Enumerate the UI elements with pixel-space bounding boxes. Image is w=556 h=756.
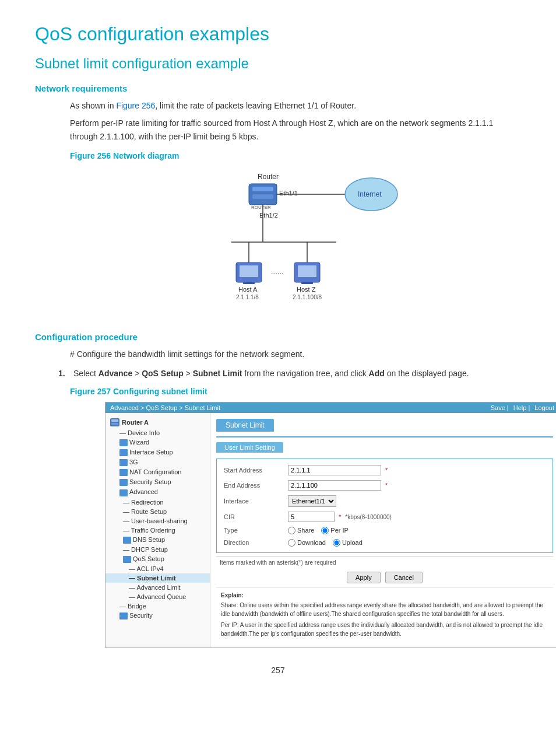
type-per-ip-radio[interactable] — [321, 527, 329, 534]
ui-body: Router A — Device Info Wizard Interface … — [105, 413, 556, 648]
direction-radio-group: Download Upload — [288, 539, 546, 547]
sidebar-item-security-setup[interactable]: Security Setup — [105, 477, 210, 487]
network-req-text2: Perform per-IP rate limiting for traffic… — [70, 117, 521, 143]
dns-icon — [123, 537, 131, 544]
router-icon — [110, 418, 119, 426]
explain-share-text: Share: Online users within the specified… — [221, 601, 548, 618]
config-procedure-heading: Configuration procedure — [35, 332, 521, 342]
sidebar-item-acl[interactable]: — ACL IPv4 — [105, 564, 210, 573]
end-address-input[interactable] — [288, 480, 381, 491]
logout-link[interactable]: Logout — [534, 404, 554, 411]
svg-rect-27 — [111, 423, 118, 425]
sidebar-item-dns[interactable]: DNS Setup — [105, 535, 210, 545]
direction-upload-label[interactable]: Upload — [333, 539, 363, 547]
sidebar-item-advanced-queue[interactable]: — Advanced Queue — [105, 592, 210, 601]
sidebar-item-security[interactable]: Security — [105, 611, 210, 621]
wizard-icon — [119, 439, 128, 446]
svg-text:......: ...... — [271, 267, 284, 276]
direction-download-radio[interactable] — [288, 539, 295, 547]
cir-input[interactable] — [288, 512, 335, 522]
form-table: Start Address * End Address * — [220, 463, 549, 549]
sidebar-item-user-based[interactable]: — User-based-sharing — [105, 516, 210, 526]
nat-icon — [119, 469, 128, 476]
direction-row: Direction Download Upload — [220, 537, 549, 549]
sidebar-item-traffic[interactable]: — Traffic Ordering — [105, 526, 210, 535]
type-per-ip-text: Per IP — [330, 527, 349, 534]
direction-upload-text: Upload — [342, 539, 363, 546]
sidebar-item-route-setup[interactable]: — Route Setup — [105, 507, 210, 516]
start-address-label: Start Address — [220, 463, 284, 478]
direction-upload-radio[interactable] — [333, 539, 340, 547]
interface-select[interactable]: Ethernet1/1 — [288, 495, 336, 507]
sidebar-item-advanced[interactable]: Advanced — [105, 487, 210, 497]
network-diagram: Router ROUTER Eth1/1 Eth1/2 Internet — [173, 166, 418, 318]
help-link[interactable]: Help — [513, 404, 527, 411]
type-share-radio[interactable] — [288, 527, 295, 534]
sidebar-item-subnet-limit[interactable]: — Subnet Limit — [105, 573, 210, 583]
direction-download-text: Download — [297, 539, 326, 546]
sidebar-item-redirection[interactable]: — Redirection — [105, 498, 210, 507]
page-main-title: QoS configuration examples — [35, 23, 521, 45]
direction-download-label[interactable]: Download — [288, 539, 326, 547]
sidebar-item-bridge[interactable]: — Bridge — [105, 601, 210, 611]
interface-icon — [119, 449, 128, 456]
svg-text:Eth1/2: Eth1/2 — [259, 212, 278, 219]
sidebar-item-interface-setup[interactable]: Interface Setup — [105, 447, 210, 457]
end-address-required: * — [385, 482, 388, 489]
sidebar-item-advanced-limit[interactable]: — Advanced Limit — [105, 583, 210, 592]
ui-sidebar: Router A — Device Info Wizard Interface … — [105, 413, 210, 648]
sidebar-item-dhcp[interactable]: — DHCP Setup — [105, 545, 210, 554]
svg-rect-3 — [252, 194, 273, 199]
type-per-ip-label[interactable]: Per IP — [321, 527, 349, 534]
ui-screenshot: Advanced > QoS Setup > Subnet Limit Save… — [105, 402, 556, 648]
svg-text:ROUTER: ROUTER — [251, 205, 271, 210]
step-number: 1. — [58, 367, 68, 380]
explain-section: Explain: Share: Online users within the … — [216, 587, 553, 642]
sidebar-router-header: Router A — [105, 416, 210, 428]
svg-text:Router: Router — [258, 173, 279, 181]
start-address-row: Start Address * — [220, 463, 549, 478]
cancel-button[interactable]: Cancel — [385, 572, 423, 583]
svg-text:2.1.1.1/8: 2.1.1.1/8 — [236, 294, 259, 300]
ui-main: Subnet Limit User Limit Setting Start Ad… — [210, 413, 556, 648]
sidebar-item-wizard[interactable]: Wizard — [105, 438, 210, 447]
config-intro-text: # Configure the bandwidth limit settings… — [70, 348, 521, 360]
svg-rect-2 — [252, 187, 273, 191]
button-row: Apply Cancel — [216, 572, 553, 583]
figure256-title: Figure 256 Network diagram — [70, 151, 521, 160]
cir-row: CIR * *kbps(8-1000000) — [220, 509, 549, 524]
figure256-link[interactable]: Figure 256 — [116, 101, 155, 110]
topbar-path: Advanced > QoS Setup > Subnet Limit — [110, 404, 220, 411]
type-share-label[interactable]: Share — [288, 527, 314, 534]
user-limit-setting-tab[interactable]: User Limit Setting — [216, 442, 283, 453]
svg-rect-18 — [298, 265, 316, 277]
start-address-input[interactable] — [288, 465, 381, 475]
svg-text:Host Z: Host Z — [297, 286, 316, 293]
svg-text:Host A: Host A — [238, 286, 258, 293]
save-link[interactable]: Save — [491, 404, 505, 411]
3g-icon — [119, 459, 128, 466]
ui-topbar: Advanced > QoS Setup > Subnet Limit Save… — [105, 402, 556, 413]
required-note: Items marked with an asterisk(*) are req… — [216, 556, 553, 568]
direction-label: Direction — [220, 537, 284, 549]
interface-row: Interface Ethernet1/1 — [220, 493, 549, 509]
subnet-limit-tab[interactable]: Subnet Limit — [216, 419, 274, 432]
security-icon — [119, 612, 128, 620]
sidebar-item-nat[interactable]: NAT Configuration — [105, 467, 210, 477]
type-label: Type — [220, 524, 284, 537]
sidebar-item-qos[interactable]: QoS Setup — [105, 554, 210, 564]
network-requirements-heading: Network requirements — [35, 83, 521, 93]
security-setup-icon — [119, 479, 128, 486]
topbar-actions: Save | Help | Logout — [488, 404, 554, 411]
end-address-row: End Address * — [220, 478, 549, 493]
sidebar-item-3g[interactable]: 3G — [105, 457, 210, 467]
cir-hint: *kbps(8-1000000) — [345, 514, 392, 520]
sidebar-router-label: Router A — [122, 419, 149, 426]
start-address-required: * — [385, 467, 388, 474]
step1-text: Select Advance > QoS Setup > Subnet Limi… — [73, 367, 469, 380]
page-number: 257 — [35, 666, 521, 675]
cir-label: CIR — [220, 509, 284, 524]
sidebar-item-device-info[interactable]: — Device Info — [105, 428, 210, 438]
type-row: Type Share Per IP — [220, 524, 549, 537]
apply-button[interactable]: Apply — [347, 572, 381, 583]
